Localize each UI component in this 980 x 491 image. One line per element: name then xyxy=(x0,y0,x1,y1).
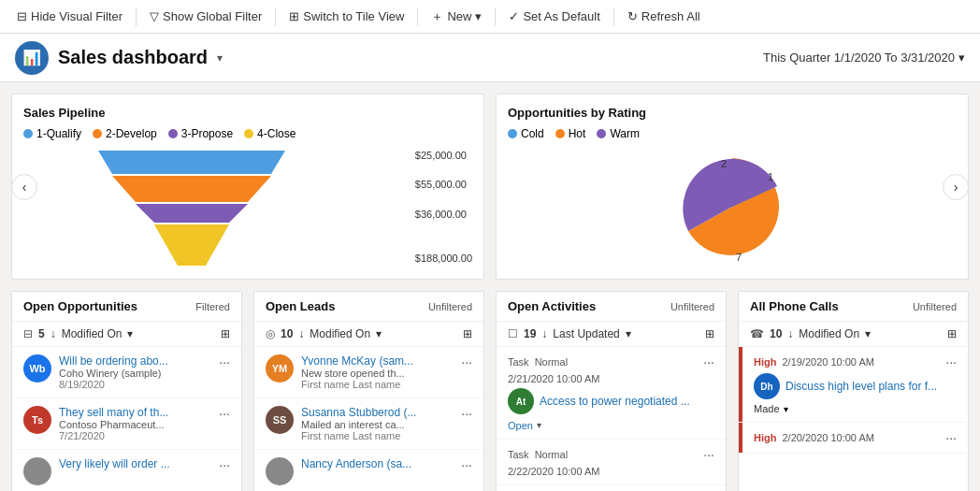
lead-item-3[interactable]: Nancy Anderson (sa... ··· xyxy=(254,450,483,491)
close-dot xyxy=(244,129,253,138)
nav-left-button[interactable]: ‹ xyxy=(11,174,37,200)
opp-title-1: Will be ordering abo... xyxy=(59,354,190,368)
hide-visual-filter-button[interactable]: ⊟ Hide Visual Filter xyxy=(7,0,132,34)
filter-controls-icon[interactable]: ⊞ xyxy=(221,327,230,340)
activities-sort-chevron[interactable]: ▾ xyxy=(626,327,631,340)
switch-tile-view-button[interactable]: ⊞ Switch to Tile View xyxy=(280,0,413,34)
phone-datetime-1: 2/19/2020 10:00 AM xyxy=(782,356,873,368)
toolbar: ⊟ Hide Visual Filter ▽ Show Global Filte… xyxy=(0,0,980,34)
pie-chart: 1 2 7 xyxy=(639,141,826,272)
pie-chart-container: 1 2 7 xyxy=(508,146,957,267)
phone-status-chevron-1[interactable]: ▾ xyxy=(784,404,788,414)
legend-qualify: 1-Qualify xyxy=(23,127,81,140)
date-range[interactable]: This Quarter 1/1/2020 To 3/31/2020 ▾ xyxy=(763,51,965,65)
phone-more-1[interactable]: ··· xyxy=(945,354,957,369)
filter-icon: ⊟ xyxy=(17,9,27,23)
propose-dot xyxy=(168,129,178,138)
lead-more-2[interactable]: ··· xyxy=(461,406,472,421)
opp-more-1[interactable]: ··· xyxy=(219,354,230,369)
lead-subtitle2-2: First name Last name xyxy=(301,430,454,441)
opportunities-rating-card: Opportunities by Rating Cold Hot Warm xyxy=(496,94,969,280)
priority-bar-2 xyxy=(739,423,742,453)
title-chevron-icon[interactable]: ▾ xyxy=(217,51,223,65)
plus-icon: ＋ xyxy=(431,8,443,25)
close-label: 4-Close xyxy=(257,127,295,140)
phone-more-2[interactable]: ··· xyxy=(945,430,957,445)
opp-item-1[interactable]: Wb Will be ordering abo... Coho Winery (… xyxy=(12,347,241,398)
phone-calls-title: All Phone Calls xyxy=(750,299,839,313)
sales-pipeline-card: Sales Pipeline 1-Qualify 2-Develop 3-Pro… xyxy=(11,94,484,280)
warm-dot xyxy=(597,129,606,138)
app-icon: 📊 xyxy=(15,41,49,75)
opp-date-2: 7/21/2020 xyxy=(59,430,211,441)
all-phone-calls-card: All Phone Calls Unfiltered ☎ 10 ↓ Modifi… xyxy=(738,291,969,491)
lead-subtitle-1: New store opened th... xyxy=(301,368,432,379)
opp-text-2: They sell many of th... Contoso Pharmace… xyxy=(59,406,211,441)
date-chevron-icon: ▾ xyxy=(958,51,965,65)
opp-more-2[interactable]: ··· xyxy=(219,406,230,421)
open-activities-controls: ☐ 19 ↓ Last Updated ▾ ⊞ xyxy=(497,322,726,347)
lead-title-1: Yvonne McKay (sam... xyxy=(301,354,432,368)
lead-item-2[interactable]: SS Susanna Stubberod (... Mailed an inte… xyxy=(254,398,483,450)
activity-item-1[interactable]: Task Normal ··· 2/21/2020 10:00 AM At Ac… xyxy=(497,347,726,440)
lead-more-3[interactable]: ··· xyxy=(461,457,472,472)
funnel-develop[interactable] xyxy=(112,176,271,202)
hot-dot xyxy=(555,129,565,138)
funnel-value-3: $36,000.00 xyxy=(415,209,472,220)
pie-label-7: 7 xyxy=(736,252,742,263)
opp-date-1: 8/19/2020 xyxy=(59,379,211,390)
open-leads-card: Open Leads Unfiltered ◎ 10 ↓ Modified On… xyxy=(253,291,484,491)
activity-more-2[interactable]: ··· xyxy=(703,447,714,462)
show-global-filter-button[interactable]: ▽ Show Global Filter xyxy=(140,0,271,34)
refresh-all-button[interactable]: ↻ Refresh All xyxy=(618,0,710,34)
opp-title-3: Very likely will order ... xyxy=(59,457,190,470)
activities-filter-icon[interactable]: ⊞ xyxy=(705,327,714,340)
activity-more-1[interactable]: ··· xyxy=(703,354,714,369)
activity-status-chevron-1[interactable]: ▾ xyxy=(537,420,541,430)
cards-row: Open Opportunities Filtered ⊟ 5 ↓ Modifi… xyxy=(11,291,969,491)
charts-row: Sales Pipeline 1-Qualify 2-Develop 3-Pro… xyxy=(11,94,969,280)
header-left: 📊 Sales dashboard ▾ xyxy=(15,41,223,75)
leads-filter-icon[interactable]: ⊞ xyxy=(463,327,472,340)
funnel-close[interactable] xyxy=(154,224,229,266)
set-as-default-button[interactable]: ✓ Set As Default xyxy=(499,0,609,34)
funnel-propose[interactable] xyxy=(136,204,248,223)
phone-sort: Modified On xyxy=(799,327,859,340)
open-leads-controls: ◎ 10 ↓ Modified On ▾ ⊞ xyxy=(254,322,483,347)
new-button[interactable]: ＋ New ▾ xyxy=(422,0,491,34)
leads-sort-chevron[interactable]: ▾ xyxy=(376,327,382,340)
funnel-qualify[interactable] xyxy=(98,151,285,174)
nav-right-button[interactable]: › xyxy=(943,174,969,200)
legend-propose: 3-Propose xyxy=(168,127,233,140)
phone-item-1[interactable]: High 2/19/2020 10:00 AM ··· Dh Discuss h… xyxy=(739,347,968,423)
divider-2 xyxy=(275,7,276,26)
opp-item-2[interactable]: Ts They sell many of th... Contoso Pharm… xyxy=(12,398,241,450)
rating-legend: Cold Hot Warm xyxy=(508,127,957,140)
divider-4 xyxy=(495,7,496,26)
qualify-dot xyxy=(23,129,33,138)
activity-type-2: Task xyxy=(508,449,529,460)
activity-item-2[interactable]: Task Normal ··· 2/22/2020 10:00 AM xyxy=(497,440,726,485)
sort-chevron-icon[interactable]: ▾ xyxy=(127,327,133,340)
opp-more-3[interactable]: ··· xyxy=(219,457,230,472)
opp-text-1: Will be ordering abo... Coho Winery (sam… xyxy=(59,354,211,390)
open-activities-header: Open Activities Unfiltered xyxy=(497,292,726,322)
leads-count: 10 xyxy=(281,327,293,340)
leads-sort: Modified On xyxy=(310,327,370,340)
divider-5 xyxy=(613,7,614,26)
activity-status-1[interactable]: Open xyxy=(508,420,533,431)
lead-item-1[interactable]: YM Yvonne McKay (sam... New store opened… xyxy=(254,347,483,398)
phone-count: 10 xyxy=(770,327,782,340)
opp-count: 5 xyxy=(38,327,45,340)
chevron-down-icon: ▾ xyxy=(475,9,482,23)
opp-item-3[interactable]: Very likely will order ... ··· xyxy=(12,450,241,491)
phone-filter-icon[interactable]: ⊞ xyxy=(947,327,957,340)
lead-title-3: Nancy Anderson (sa... xyxy=(301,457,432,470)
lead-more-1[interactable]: ··· xyxy=(461,354,472,369)
phone-item-2[interactable]: High 2/20/2020 10:00 AM ··· xyxy=(739,423,968,454)
open-leads-header: Open Leads Unfiltered xyxy=(254,292,483,322)
lead-subtitle2-1: First name Last name xyxy=(301,379,454,390)
phone-avatar-1: Dh xyxy=(754,373,780,399)
phone-sort-chevron[interactable]: ▾ xyxy=(865,327,871,340)
activity-datetime-2: 2/22/2020 10:00 AM xyxy=(508,466,714,477)
